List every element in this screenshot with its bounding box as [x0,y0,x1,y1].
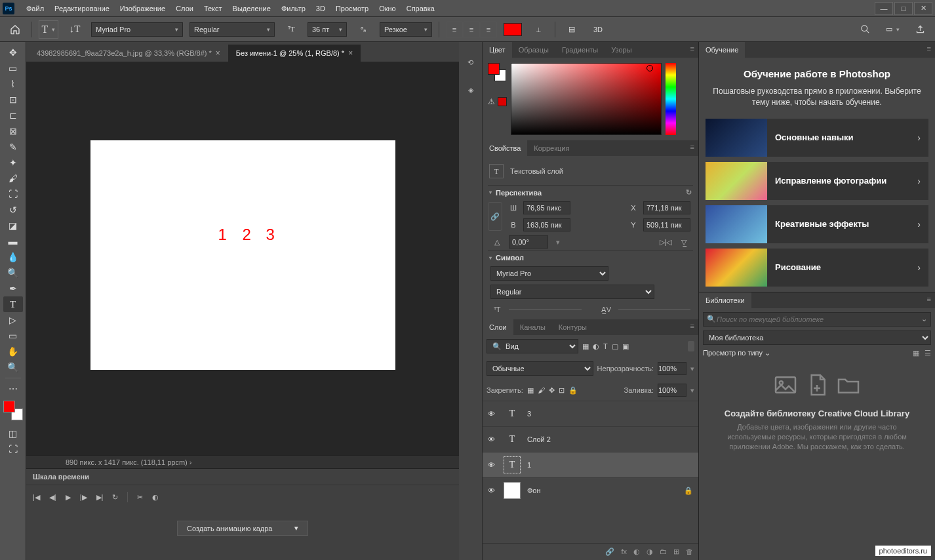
tracking-slider[interactable] [618,309,691,310]
learn-card[interactable]: Исправление фотографии › [706,162,928,200]
height-input[interactable] [523,218,570,231]
lock-artboard-icon[interactable]: ⊡ [559,386,565,395]
crop-tool[interactable]: ⊏ [3,108,23,123]
font-size-dropdown[interactable]: 36 пт [308,22,347,37]
close-icon[interactable]: × [348,49,353,58]
menu-file[interactable]: Файл [21,0,49,17]
path-select-tool[interactable]: ▷ [3,312,23,328]
home-button[interactable] [5,20,25,39]
font-style-dropdown[interactable]: Regular [189,22,275,37]
layer-name[interactable]: Слой 2 [527,435,551,443]
zoom-tool[interactable]: 🔍 [3,359,23,375]
learn-card[interactable]: Рисование › [706,249,928,287]
libraries-tab[interactable]: Библиотеки [699,292,751,308]
minimize-button[interactable]: — [875,2,893,15]
brush-tool[interactable]: 🖌 [3,170,23,186]
x-input[interactable] [643,201,690,214]
menu-edit[interactable]: Редактирование [49,0,115,17]
lock-pixels-icon[interactable]: 🖌 [538,386,545,394]
quick-select-tool[interactable]: ⊡ [3,92,23,108]
filter-type-icon[interactable]: T [603,342,608,350]
lock-all-icon[interactable]: 🔒 [568,386,578,395]
layer-mask-icon[interactable]: ◐ [633,548,640,556]
character-panel-button[interactable]: ▤ [562,20,582,39]
saturation-brightness-field[interactable] [511,63,662,135]
close-button[interactable]: ✕ [914,2,932,15]
canvas-viewport[interactable]: 1 2 3 [26,62,459,455]
grid-view-icon[interactable]: ▦ [913,349,919,357]
filter-adjust-icon[interactable]: ◐ [593,342,599,351]
menu-image[interactable]: Изображение [115,0,170,17]
layer-filter-kind[interactable]: 🔍 Вид [487,339,578,353]
library-search-input[interactable] [703,312,931,327]
menu-3d[interactable]: 3D [311,0,330,17]
shape-tool[interactable]: ▭ [3,328,23,344]
loop-button[interactable]: ↻ [112,493,118,502]
group-icon[interactable]: 🗀 [660,548,667,556]
learn-tab[interactable]: Обучение [699,42,745,58]
text-layer-2[interactable]: 2 [243,226,251,244]
document-tab[interactable]: Без имени-1 @ 25% (1, RGB/8) * × [228,45,361,62]
layer-row[interactable]: 👁 T 3 [483,401,698,426]
prev-frame-button[interactable]: ◀| [49,493,56,502]
history-brush-tool[interactable]: ↺ [3,202,23,218]
cut-button[interactable]: ✂ [137,493,143,502]
text-color-swatch[interactable] [504,23,522,36]
filter-shape-icon[interactable]: ▢ [612,342,618,351]
channels-tab[interactable]: Каналы [513,319,552,335]
adjustment-layer-icon[interactable]: ◑ [647,548,653,556]
layer-name[interactable]: Фон [527,487,541,494]
visibility-toggle[interactable]: 👁 [488,487,497,494]
move-tool[interactable]: ✥ [3,45,23,60]
font-size-slider[interactable] [509,309,582,310]
character-section[interactable]: Символ [488,250,693,264]
view-type-label[interactable]: Просмотр по типу ⌄ [703,349,770,357]
patterns-tab[interactable]: Узоры [605,42,638,58]
frame-tool[interactable]: ⊠ [3,123,23,139]
pen-tool[interactable]: ✒ [3,281,23,296]
text-orientation-toggle[interactable]: ↓T [65,20,85,39]
layer-row[interactable]: 👁 Фон 🔒 [483,477,698,503]
menu-select[interactable]: Выделение [228,0,276,17]
learn-card[interactable]: Основные навыки › [706,119,928,157]
close-icon[interactable]: × [216,49,220,58]
menu-view[interactable]: Просмотр [330,0,374,17]
angle-input[interactable] [509,235,548,249]
adjustments-tab[interactable]: Коррекция [527,140,576,156]
history-panel-icon[interactable]: ⟲ [464,55,478,70]
text-layer-3[interactable]: 3 [266,226,275,244]
properties-tab[interactable]: Свойства [483,140,527,156]
panel-menu-icon[interactable]: ≡ [923,292,935,308]
align-right-button[interactable]: ≡ [480,22,497,37]
transition-button[interactable]: ◐ [152,493,159,502]
maximize-button[interactable]: □ [894,2,913,15]
opacity-input[interactable] [658,362,686,375]
lasso-tool[interactable]: ⌇ [3,76,23,92]
foreground-color[interactable] [3,401,15,412]
stamp-tool[interactable]: ⛶ [3,186,23,202]
menu-filter[interactable]: Фильтр [276,0,311,17]
link-wh-toggle[interactable]: 🔗 [488,202,502,231]
workspace-switcher[interactable]: ▭ [883,20,902,39]
fg-swatch[interactable] [488,63,500,75]
gradient-tool[interactable]: ▬ [3,233,23,249]
text-layer-1[interactable]: 1 [218,226,227,244]
antialias-dropdown[interactable]: Резкое [380,22,432,37]
layer-fx-icon[interactable]: fx [621,548,627,556]
gradients-tab[interactable]: Градиенты [555,42,605,58]
marquee-tool[interactable]: ▭ [3,60,23,76]
layer-name[interactable]: 1 [527,461,531,469]
color-tab[interactable]: Цвет [483,42,512,58]
next-frame-button[interactable]: |▶ [80,493,87,502]
layer-row[interactable]: 👁 T Слой 2 [483,426,698,452]
char-style-dropdown[interactable]: Regular [490,285,654,299]
filter-toggle[interactable] [688,341,694,351]
y-input[interactable] [643,218,690,231]
menu-text[interactable]: Текст [199,0,228,17]
lock-position-icon[interactable]: ✥ [549,386,555,395]
fill-input[interactable] [658,384,686,397]
align-left-button[interactable]: ≡ [446,22,463,37]
gamut-color[interactable] [498,97,507,106]
transform-section[interactable]: Перспектива ↻ [488,185,693,199]
layers-tab[interactable]: Слои [483,319,513,335]
